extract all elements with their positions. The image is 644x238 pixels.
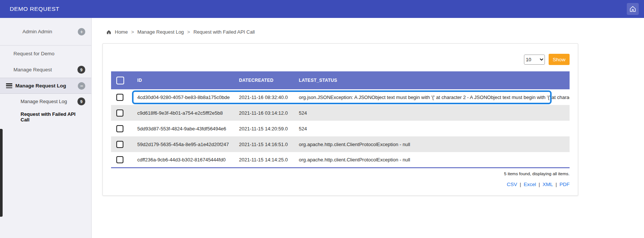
table-header-row: ID DATECREATED LATEST_STATUS <box>111 71 570 89</box>
cell-id: c9d618f6-9e3f-4b01-a754-e2c5fff2e5b8 <box>134 105 236 121</box>
export-csv-link[interactable]: CSV <box>507 182 517 187</box>
items-summary: 5 items found, displaying all items. <box>111 171 570 176</box>
top-header: DEMO REQUEST <box>0 0 644 18</box>
drawer-edge <box>0 129 3 217</box>
row-checkbox[interactable] <box>116 125 123 132</box>
cell-latest-status: org.apache.http.client.ClientProtocolExc… <box>296 152 570 168</box>
export-links: CSV|Excel|XML|PDF <box>111 182 570 187</box>
select-all-checkbox[interactable] <box>116 77 124 84</box>
cell-id: cdff236a-9cb6-44d3-b302-816745444fd0 <box>134 152 236 168</box>
sidebar-item-manage-request[interactable]: Manage Request 9 <box>0 62 91 78</box>
row-checkbox[interactable] <box>116 109 123 117</box>
cell-id: 4cd30d04-9280-4057-be83-8b8a175c0bde <box>134 89 236 105</box>
table-row[interactable]: 59d2d179-5635-454a-8e95-a1e42d20f247 202… <box>111 136 570 152</box>
column-header-latest-status[interactable]: LATEST_STATUS <box>296 71 570 89</box>
menu-list-icon <box>6 83 12 88</box>
cell-latest-status: 524 <box>296 121 570 136</box>
sidebar-subitem-label: Request with Failed API Call <box>21 111 85 123</box>
export-pdf-link[interactable]: PDF <box>559 182 570 187</box>
column-header-datecreated[interactable]: DATECREATED <box>236 71 296 89</box>
breadcrumb-home[interactable]: Home <box>115 29 128 35</box>
content-card: 10 Show ID DATECREATED LATEST_STATUS 4cd… <box>102 43 578 196</box>
export-separator: | <box>539 182 540 187</box>
sidebar-subitem-label: Manage Request Log <box>21 99 67 104</box>
table-row[interactable]: 4cd30d04-9280-4057-be83-8b8a175c0bde 202… <box>111 89 570 105</box>
request-log-table: ID DATECREATED LATEST_STATUS 4cd30d04-92… <box>111 71 570 168</box>
cell-datecreated: 2021-11-15 14:20:59.0 <box>236 121 296 136</box>
export-separator: | <box>555 182 557 187</box>
manage-request-log-count-badge: 9 <box>77 98 85 105</box>
sidebar-item-label: Manage Request Log <box>15 83 66 89</box>
cell-latest-status: 524 <box>296 105 570 121</box>
cell-datecreated: 2021-11-15 14:16:51.0 <box>236 136 296 152</box>
export-separator: | <box>520 182 521 187</box>
table-row[interactable]: 5dd93d87-553f-4824-9abe-43fdf56494e6 202… <box>111 121 570 136</box>
app-title: DEMO REQUEST <box>10 6 59 12</box>
cell-datecreated: 2021-11-16 03:14:12.0 <box>236 105 296 121</box>
breadcrumb-separator: > <box>131 29 134 35</box>
table-row[interactable]: c9d618f6-9e3f-4b01-a754-e2c5fff2e5b8 202… <box>111 105 570 121</box>
user-name: Admin Admin <box>22 29 52 34</box>
minus-icon[interactable]: − <box>78 82 85 90</box>
manage-request-count-badge: 9 <box>77 66 85 74</box>
cell-id: 5dd93d87-553f-4824-9abe-43fdf56494e6 <box>134 121 236 136</box>
sidebar-item-label: Manage Request <box>13 67 52 72</box>
sidebar-item-label: Request for Demo <box>13 51 55 56</box>
home-icon <box>106 30 111 35</box>
cell-datecreated: 2021-11-15 14:14:25.0 <box>236 152 296 168</box>
row-checkbox[interactable] <box>116 94 123 101</box>
sidebar-item-request-for-demo[interactable]: Request for Demo <box>0 46 91 62</box>
main-content: Home > Manage Request Log > Request with… <box>92 18 644 238</box>
sidebar: Admin Admin + Request for Demo Manage Re… <box>0 18 92 238</box>
column-header-id[interactable]: ID <box>134 71 236 89</box>
sidebar-item-manage-request-log[interactable]: Manage Request Log − <box>0 78 91 94</box>
page-size-select[interactable]: 10 <box>524 55 545 65</box>
plus-icon[interactable]: + <box>78 28 85 35</box>
export-excel-link[interactable]: Excel <box>524 182 536 187</box>
cell-latest-status: org.json.JSONException: A JSONObject tex… <box>296 89 570 105</box>
table-toolbar: 10 Show <box>111 54 570 65</box>
cell-id: 59d2d179-5635-454a-8e95-a1e42d20f247 <box>134 136 236 152</box>
show-button[interactable]: Show <box>549 54 570 65</box>
table-container: ID DATECREATED LATEST_STATUS 4cd30d04-92… <box>111 71 570 168</box>
breadcrumb: Home > Manage Request Log > Request with… <box>106 29 644 35</box>
breadcrumb-separator: > <box>187 29 190 35</box>
sidebar-user[interactable]: Admin Admin + <box>0 18 91 46</box>
cell-datecreated: 2021-11-16 08:32:40.0 <box>236 89 296 105</box>
breadcrumb-current-page: Request with Failed API Call <box>193 29 255 35</box>
sidebar-subitem-manage-request-log[interactable]: Manage Request Log 9 <box>0 94 91 109</box>
export-xml-link[interactable]: XML <box>543 182 553 187</box>
row-checkbox[interactable] <box>116 156 123 163</box>
sidebar-subitem-request-failed-api-call[interactable]: Request with Failed API Call <box>0 109 91 124</box>
breadcrumb-manage-request-log[interactable]: Manage Request Log <box>137 29 184 35</box>
row-checkbox[interactable] <box>116 141 123 148</box>
home-button[interactable] <box>627 3 639 15</box>
table-body: 4cd30d04-9280-4057-be83-8b8a175c0bde 202… <box>111 89 570 168</box>
cell-latest-status: org.apache.http.client.ClientProtocolExc… <box>296 136 570 152</box>
home-icon <box>629 6 636 12</box>
table-row[interactable]: cdff236a-9cb6-44d3-b302-816745444fd0 202… <box>111 152 570 168</box>
sidebar-nav: Request for Demo Manage Request 9 Manage… <box>0 46 91 124</box>
